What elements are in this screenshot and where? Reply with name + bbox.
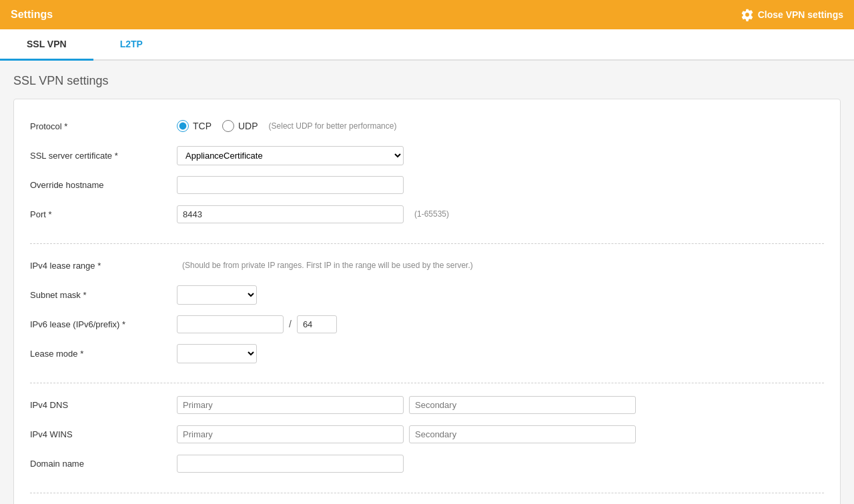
tabs-container: SSL VPN L2TP: [0, 29, 854, 61]
ipv4-dns-row: IPv4 DNS: [30, 394, 824, 415]
ipv6-lease-controls: /: [177, 315, 824, 333]
udp-label: UDP: [238, 121, 258, 131]
override-hostname-row: Override hostname: [30, 174, 824, 195]
ipv6-prefix-input[interactable]: [297, 315, 337, 333]
tab-ssl-vpn[interactable]: SSL VPN: [0, 29, 93, 61]
header: Settings Close VPN settings: [0, 0, 854, 29]
subnet-mask-row: Subnet mask *: [30, 284, 824, 305]
dns-wins-section: IPv4 DNS IPv4 WINS Domain name: [30, 394, 824, 493]
tcp-radio-option[interactable]: TCP: [177, 120, 211, 132]
override-hostname-controls: [177, 176, 824, 194]
ipv6-lease-input[interactable]: [177, 315, 284, 333]
ipv4-lease-controls: (Should be from private IP ranges. First…: [177, 261, 824, 270]
ipv4-dns-controls: [177, 396, 824, 414]
ipv6-slash: /: [289, 319, 292, 329]
ipv4-lease-row: IPv4 lease range * (Should be from priva…: [30, 255, 824, 276]
tcp-label: TCP: [193, 121, 211, 131]
ssl-cert-label: SSL server certificate *: [30, 151, 177, 161]
subnet-mask-controls: [177, 285, 824, 305]
ipv4-lease-label: IPv4 lease range *: [30, 261, 177, 271]
domain-name-label: Domain name: [30, 459, 177, 469]
port-controls: (1-65535): [177, 205, 824, 223]
protocol-radio-group: TCP UDP: [177, 120, 258, 132]
lease-section: IPv4 lease range * (Should be from priva…: [30, 255, 824, 383]
protocol-label: Protocol *: [30, 121, 177, 131]
subnet-mask-label: Subnet mask *: [30, 290, 177, 300]
port-hint: (1-65535): [414, 209, 449, 219]
lease-mode-controls: [177, 344, 824, 363]
subnet-mask-select[interactable]: [177, 285, 257, 305]
protocol-controls: TCP UDP (Select UDP for better performan…: [177, 120, 824, 132]
content-area: SSL VPN settings Protocol * TCP UDP: [0, 61, 854, 504]
tab-l2tp[interactable]: L2TP: [93, 29, 169, 61]
ipv6-lease-row: IPv6 lease (IPv6/prefix) * /: [30, 313, 824, 335]
udp-radio[interactable]: [222, 120, 234, 132]
ipv4-wins-row: IPv4 WINS: [30, 423, 824, 445]
domain-name-controls: [177, 455, 824, 473]
lease-mode-select[interactable]: [177, 344, 257, 363]
ssl-cert-select[interactable]: ApplianceCertificate: [177, 146, 404, 165]
ipv4-dns-secondary[interactable]: [409, 396, 636, 414]
domain-name-row: Domain name: [30, 453, 824, 474]
override-hostname-label: Override hostname: [30, 180, 177, 190]
port-input[interactable]: [177, 205, 404, 223]
lease-mode-row: Lease mode *: [30, 343, 824, 364]
port-label: Port *: [30, 209, 177, 219]
ipv4-dns-label: IPv4 DNS: [30, 400, 177, 410]
settings-card: Protocol * TCP UDP (Select UDP for bette…: [13, 99, 841, 504]
ipv4-dns-primary[interactable]: [177, 396, 404, 414]
tcp-radio[interactable]: [177, 120, 189, 132]
header-title: Settings: [11, 9, 53, 21]
ipv4-wins-controls: [177, 425, 824, 443]
protocol-hint: (Select UDP for better performance): [269, 121, 397, 131]
gear-icon: [741, 8, 754, 21]
ssl-cert-controls: ApplianceCertificate: [177, 146, 824, 165]
close-vpn-label: Close VPN settings: [758, 9, 843, 20]
ipv4-wins-label: IPv4 WINS: [30, 429, 177, 439]
domain-name-input[interactable]: [177, 455, 404, 473]
ipv4-wins-secondary[interactable]: [409, 425, 636, 443]
protocol-section: Protocol * TCP UDP (Select UDP for bette…: [30, 115, 824, 244]
ssl-cert-row: SSL server certificate * ApplianceCertif…: [30, 145, 824, 166]
ipv6-lease-label: IPv6 lease (IPv6/prefix) *: [30, 319, 177, 329]
override-hostname-input[interactable]: [177, 176, 404, 194]
port-row: Port * (1-65535): [30, 203, 824, 225]
close-vpn-button[interactable]: Close VPN settings: [741, 8, 843, 21]
section-title: SSL VPN settings: [13, 74, 841, 88]
protocol-row: Protocol * TCP UDP (Select UDP for bette…: [30, 115, 824, 137]
udp-radio-option[interactable]: UDP: [222, 120, 258, 132]
lease-mode-label: Lease mode *: [30, 349, 177, 359]
ipv4-wins-primary[interactable]: [177, 425, 404, 443]
ipv4-lease-hint: (Should be from private IP ranges. First…: [182, 261, 473, 270]
ipv6-inputs: /: [177, 315, 337, 333]
